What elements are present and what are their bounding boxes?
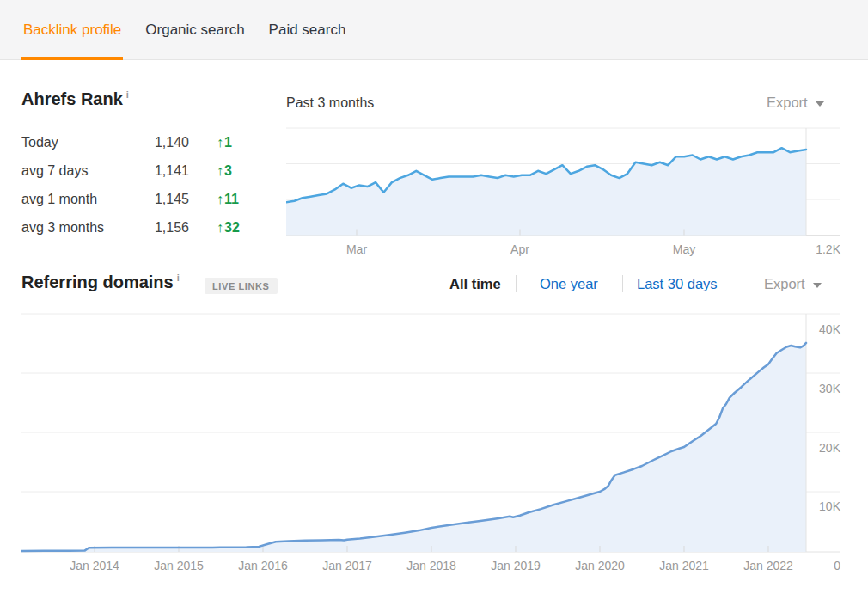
x-tick-label: Jan 2015 [149, 559, 209, 573]
filter-last-30-days[interactable]: Last 30 days [637, 276, 718, 292]
active-tab-underline [21, 57, 123, 60]
export-button[interactable]: Export [764, 276, 822, 292]
y-tick-label: 20K [806, 441, 840, 455]
filter-one-year[interactable]: One year [540, 276, 598, 292]
y-tick-label: 30K [806, 382, 840, 395]
info-icon[interactable]: i [126, 89, 129, 100]
backlinks-overview-page: Backlink profile Organic search Paid sea… [0, 0, 868, 594]
filter-all-time[interactable]: All time [449, 276, 501, 292]
export-label: Export [764, 276, 805, 292]
tab-organic-search[interactable]: Organic search [145, 0, 244, 60]
y-tick-label: 10K [806, 499, 840, 513]
referring-domains-chart[interactable] [21, 313, 840, 553]
up-arrow-icon: ↑ [217, 192, 223, 206]
tab-bar: Backlink profile Organic search Paid sea… [0, 0, 868, 60]
x-tick-label: Jan 2017 [317, 559, 377, 573]
stat-label: avg 1 month [21, 192, 97, 207]
x-tick-label: May [667, 242, 701, 256]
x-tick-label: Jan 2020 [570, 559, 630, 573]
up-arrow-icon: ↑ [217, 163, 223, 178]
y-axis-bottom-label: 1.2K [802, 242, 840, 256]
up-arrow-icon: ↑ [217, 220, 223, 235]
x-tick-label: Jan 2018 [401, 559, 462, 573]
x-tick-label: Jan 2021 [654, 559, 714, 573]
x-tick-label: Jan 2022 [738, 559, 798, 573]
stat-label: avg 7 days [21, 163, 88, 179]
stat-change: ↑11 [217, 192, 239, 207]
rank-stat-row: Today 1,140 ↑1 [21, 135, 275, 156]
stat-value: 1,156 [103, 220, 189, 236]
rank-stat-row: avg 1 month 1,145 ↑11 [21, 192, 275, 212]
stat-label: Today [21, 135, 58, 150]
stat-change: ↑32 [217, 220, 240, 236]
stat-change: ↑1 [217, 135, 232, 150]
tab-label: Organic search [145, 21, 244, 39]
x-tick-label: Apr [503, 242, 537, 256]
x-tick-label: Mar [339, 242, 374, 256]
rank-chart-range-title: Past 3 months [286, 95, 374, 111]
chevron-down-icon [816, 101, 824, 107]
stat-value: 1,140 [103, 135, 189, 150]
info-icon[interactable]: i [177, 273, 180, 283]
chevron-down-icon [813, 283, 822, 288]
rank-stat-row: avg 3 months 1,156 ↑32 [21, 220, 275, 241]
up-arrow-icon: ↑ [217, 135, 223, 150]
tab-backlink-profile[interactable]: Backlink profile [23, 0, 121, 60]
x-tick-label: Jan 2016 [233, 559, 293, 573]
y-tick-label: 0 [806, 559, 840, 573]
live-links-badge: LIVE LINKS [205, 278, 278, 294]
x-tick-label: Jan 2019 [486, 559, 546, 573]
stat-value: 1,145 [103, 192, 189, 207]
export-label: Export [767, 95, 808, 111]
y-tick-label: 40K [806, 322, 840, 336]
filter-separator [622, 275, 623, 292]
filter-separator [516, 275, 517, 292]
tab-label: Backlink profile [23, 21, 121, 39]
referring-domains-title: Referring domainsi [21, 273, 180, 292]
stat-label: avg 3 months [21, 220, 104, 236]
export-button[interactable]: Export [767, 95, 824, 111]
stat-change: ↑3 [217, 163, 232, 179]
ahrefs-rank-title: Ahrefs Ranki [21, 89, 129, 109]
tab-paid-search[interactable]: Paid search [269, 0, 346, 60]
tab-label: Paid search [269, 21, 346, 39]
stat-value: 1,141 [103, 163, 189, 179]
x-tick-label: Jan 2014 [64, 559, 125, 573]
ahrefs-rank-chart[interactable] [286, 127, 840, 236]
rank-stat-row: avg 7 days 1,141 ↑3 [21, 163, 275, 184]
